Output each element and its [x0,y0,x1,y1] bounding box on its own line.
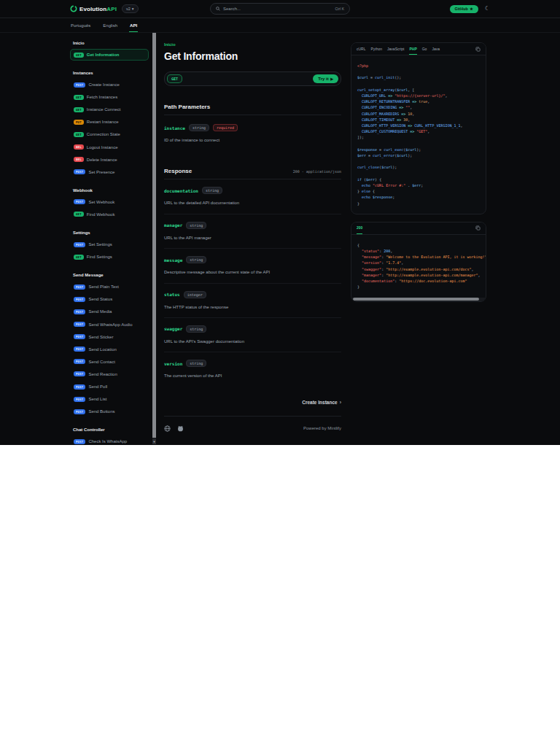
method-badge-get: GET [74,53,84,58]
code-line: <?php [357,63,480,69]
logo[interactable]: EvolutionAPI [70,5,117,12]
docs-app: EvolutionAPI v2 ▾ Search... Ctrl K GitHu… [0,0,560,445]
github-button[interactable]: GitHub ★ [450,5,478,13]
sidebar-item-get-information[interactable]: GETGet Information [70,49,149,61]
method-badge-post: POST [74,309,85,314]
sidebar-item-send-whatsapp-audio[interactable]: POSTSend WhatsApp Audio [70,319,149,330]
sidebar-item-send-media[interactable]: POSTSend Media [70,306,149,317]
method-badge-post: POST [74,359,85,364]
horizontal-scrollbar[interactable] [351,298,486,301]
github-icon[interactable] [177,425,184,432]
sidebar-item-find-settings[interactable]: GETFind Settings [70,251,149,263]
method-badge-post: POST [74,371,85,376]
field-header: versionstring [164,360,341,367]
field-type-badge: string [186,222,206,229]
field-description: Descriptive message about the current st… [164,269,341,275]
version-label: v2 [126,7,131,11]
version-dropdown[interactable]: v2 ▾ [122,4,139,13]
code-line: $response = curl_exec($curl); [357,147,480,152]
code-tab-go[interactable]: Go [422,43,427,55]
lang-tab-english[interactable]: English [102,23,118,32]
try-it-label: Try it [318,77,328,81]
copy-response-button[interactable] [475,225,481,231]
code-line: CURLOPT_RETURNTRANSFER => true, [357,98,480,104]
website-globe-icon[interactable] [164,425,171,432]
field-description: The HTTP status of the response [164,304,341,310]
sidebar-item-label: Send Contact [88,359,139,365]
theme-toggle-moon-icon[interactable]: ☾ [485,6,490,12]
code-line: CURLOPT_CUSTOMREQUEST => "GET", [357,128,480,134]
code-line [357,171,480,177]
search-placeholder: Search... [223,7,332,11]
sidebar-item-label: Send WhatsApp Audio [88,322,139,328]
sidebar-item-set-presence[interactable]: POSTSet Presence [70,166,149,178]
code-tab-python[interactable]: Python [371,43,383,55]
sidebar-item-send-contact[interactable]: POSTSend Contact [70,356,149,368]
sidebar-item-fetch-instances[interactable]: GETFetch Instances [70,91,149,103]
try-it-button[interactable]: Try it ▶ [313,74,338,83]
sidebar-item-send-buttons[interactable]: POSTSend Buttons [70,406,149,417]
sidebar-item-label: Send Sticker [88,334,139,340]
sidebar-item-set-settings[interactable]: POSTSet Settings [70,239,149,250]
code-line: CURLOPT_MAXREDIRS => 10, [357,111,480,117]
sidebar-item-find-webhook[interactable]: GETFind Webhook [70,209,149,220]
sidebar-item-send-location[interactable]: POSTSend Location [70,344,149,355]
sidebar-item-label: Delete Instance [87,157,138,163]
sidebar-item-create-instance[interactable]: POSTCreate Instance [70,79,149,90]
sidebar-item-send-list[interactable]: POSTSend List [70,393,149,405]
code-line: "documentation": "https://doc.evolution-… [357,278,480,284]
field-header: statusinteger [164,291,341,298]
chevron-down-icon: ▾ [132,7,134,11]
sidebar-scrollbar[interactable]: ▼ [152,33,156,444]
param-description: ID of the instance to connect [164,137,341,143]
sidebar-item-send-plain-text[interactable]: POSTSend Plain Text [70,281,149,293]
method-badge-put: PUT [74,120,84,125]
scrollbar-thumb[interactable] [152,33,156,438]
logo-icon [70,5,77,12]
sidebar-section-title: Settings [73,231,149,235]
sidebar-item-send-sticker[interactable]: POSTSend Sticker [70,331,149,343]
lang-tab-portugu-s[interactable]: Português [70,23,91,32]
sidebar-item-send-poll[interactable]: POSTSend Poll [70,381,149,392]
response-field: statusintegerThe HTTP status of the resp… [164,283,341,317]
sidebar-item-label: Create Instance [88,82,139,88]
copy-code-button[interactable] [475,47,481,52]
page: EvolutionAPI v2 ▾ Search... Ctrl K GitHu… [0,0,560,747]
scrollbar-down-arrow[interactable]: ▼ [152,439,156,444]
code-tab-php[interactable]: PHP [409,43,416,55]
sidebar-item-send-reaction[interactable]: POSTSend Reaction [70,368,149,380]
sidebar-item-label: Send Reaction [88,371,139,377]
code-tab-curl[interactable]: cURL [357,43,366,55]
request-code-panel: cURLPythonJavaScriptPHPGoJava <?php $cur… [351,42,486,214]
code-line: $curl = curl_init(); [357,74,480,80]
sidebar-item-send-status[interactable]: POSTSend Status [70,293,149,305]
search-input[interactable]: Search... Ctrl K [210,3,350,15]
sidebar-item-check-is-whatsapp[interactable]: POSTCheck Is WhatsApp [70,436,149,444]
response-status-tab[interactable]: 200 [357,222,362,234]
endpoint-bar: GET Try it ▶ [164,71,341,86]
code-line: CURLOPT_TIMEOUT => 30, [357,117,480,123]
code-line: } [357,284,480,290]
top-navbar: EvolutionAPI v2 ▾ Search... Ctrl K GitHu… [0,0,560,18]
code-line [357,141,480,147]
code-tab-java[interactable]: Java [432,43,440,55]
sidebar-item-label: Restart Instance [87,119,138,125]
code-tab-javascript[interactable]: JavaScript [387,43,404,55]
sidebar-item-set-webhook[interactable]: POSTSet Webhook [70,196,149,208]
star-icon: ★ [470,7,473,11]
sidebar-item-logout-instance[interactable]: DELLogout Instance [70,142,149,153]
next-page-link[interactable]: Create Instance › [164,400,341,405]
scrollbar-thumb[interactable] [353,298,479,301]
sidebar-item-label: Send List [88,396,139,402]
code-line: CURLOPT_URL => "https://{server-url}/", [357,93,480,98]
sidebar-item-label: Send Status [88,296,139,302]
sidebar-item-restart-instance[interactable]: PUTRestart Instance [70,116,149,128]
code-line: echo "cURL Error #:" . $err; [357,182,480,188]
code-line: } else { [357,188,480,194]
sidebar-item-instance-connect[interactable]: GETInstance Connect [70,104,149,115]
lang-tab-api[interactable]: API [129,23,138,32]
sidebar-item-connection-state[interactable]: GETConnection State [70,128,149,140]
sidebar-item-delete-instance[interactable]: DELDelete Instance [70,154,149,166]
field-description: The current version of the API [164,373,341,379]
copy-icon [475,225,481,231]
